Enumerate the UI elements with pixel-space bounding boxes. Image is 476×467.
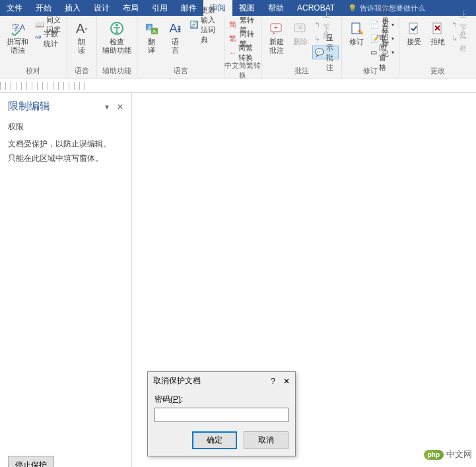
dialog-title: 取消保护文档 xyxy=(153,375,201,387)
svg-text:✕: ✕ xyxy=(298,24,303,31)
translate-icon: あA xyxy=(145,19,159,38)
tab-file[interactable]: 文件 xyxy=(0,0,29,16)
chinese-convert-button[interactable]: ↔ 简繁转换 xyxy=(227,46,259,59)
group-accessibility-label: 辅助功能 xyxy=(97,65,137,78)
svg-rect-12 xyxy=(409,23,417,34)
watermark: php 中文网 xyxy=(424,449,472,460)
new-comment-icon: + xyxy=(269,19,284,38)
caret-down-icon: ▾ xyxy=(391,36,394,42)
accessibility-label: 检查 辅助功能 xyxy=(102,38,131,55)
reject-button[interactable]: 拒绝 xyxy=(426,18,450,47)
svg-text:A: A xyxy=(153,28,156,34)
read-aloud-button[interactable]: A» 朗 读 xyxy=(70,18,94,56)
pane-icon: ▭ xyxy=(370,48,377,57)
thesaurus-icon: 📖 xyxy=(35,20,44,29)
panel-section-title: 权限 xyxy=(8,121,123,133)
spelling-grammar-button[interactable]: 字A 拼写和语法 xyxy=(3,18,33,56)
convert-icon: ↔ xyxy=(229,49,236,57)
delete-comment-icon: ✕ xyxy=(293,19,308,38)
panel-options-button[interactable]: ▾ xyxy=(105,102,109,111)
spelling-label: 拼写和语法 xyxy=(5,38,30,55)
delete-comment-button[interactable]: ✕ 删除 xyxy=(289,18,312,47)
group-tracking-label: 修订 xyxy=(342,65,399,78)
group-changes: 接受 拒绝 ↰ 上一处 ↳ 下一处 更改 xyxy=(399,16,476,78)
trad-icon: 繁 xyxy=(229,34,238,44)
group-accessibility: 检查 辅助功能 辅助功能 xyxy=(97,16,137,78)
group-speech-label: 语音 xyxy=(67,65,96,78)
accessibility-icon xyxy=(110,19,124,38)
group-language: あA 翻 译 Aᵻ 语 言 🔄 更新输入法词典 语言 xyxy=(137,16,224,78)
prev-change-icon: ↰ xyxy=(452,20,458,29)
ribbon: 字A 拼写和语法 📖 同义词库 ᴬᴮ 字数统计 校对 A» 朗 读 xyxy=(0,16,476,78)
password-input[interactable] xyxy=(154,408,289,422)
ime-label: 更新输入法词典 xyxy=(201,5,219,45)
unprotect-dialog: 取消保护文档 ? ✕ 密码(P): 确定 取消 xyxy=(147,371,296,456)
wordcount-label: 字数统计 xyxy=(44,29,62,49)
panel-title: 限制编辑 xyxy=(8,100,50,113)
review-pane-dropdown[interactable]: ▭ 审阅窗格 ▾ xyxy=(368,46,396,59)
display-icon: 📄 xyxy=(370,20,380,29)
next-change-icon: ↳ xyxy=(452,34,458,43)
group-tracking: 修订 📄 简单标记 ▾ 📝 显示标记 ▾ ▭ 审阅窗格 ▾ xyxy=(342,16,399,78)
ok-button[interactable]: 确定 xyxy=(192,431,237,449)
tab-view[interactable]: 视图 xyxy=(232,0,261,16)
show-comments-icon: 💬 xyxy=(315,48,324,57)
cancel-button[interactable]: 取消 xyxy=(244,431,289,449)
lightbulb-icon: 💡 xyxy=(348,4,357,13)
tab-home[interactable]: 开始 xyxy=(29,0,58,16)
dialog-help-button[interactable]: ? xyxy=(271,377,275,386)
language-button[interactable]: Aᵻ 语 言 xyxy=(164,18,187,56)
markup-icon: 📝 xyxy=(370,34,380,43)
reject-label: 拒绝 xyxy=(430,38,445,46)
ruler xyxy=(0,78,476,93)
restrict-editing-panel: 限制编辑 ▾ ✕ 权限 文档受保护，以防止误编辑。 只能在此区域中填写窗体。 停… xyxy=(0,93,132,467)
tab-help[interactable]: 帮助 xyxy=(261,0,290,16)
svg-rect-11 xyxy=(352,23,360,34)
translate-label: 翻 译 xyxy=(148,38,155,55)
ribbon-tabs: 文件 开始 插入 设计 布局 引用 邮件 审阅 视图 帮助 ACROBAT 💡 … xyxy=(0,0,476,16)
password-label: 密码(P): xyxy=(154,394,289,405)
group-comments: + 新建批注 ✕ 删除 ↰ 上一条 ↳ 下一条 💬 显示批注 xyxy=(262,16,342,78)
tab-mailings[interactable]: 邮件 xyxy=(174,0,203,16)
tab-insert[interactable]: 插入 xyxy=(58,0,87,16)
translate-button[interactable]: あA 翻 译 xyxy=(140,18,164,56)
ruler-marks xyxy=(0,82,86,90)
tab-design[interactable]: 设计 xyxy=(87,0,116,16)
group-changes-label: 更改 xyxy=(399,65,476,78)
next-change-button[interactable]: ↳ 下一处 xyxy=(450,32,473,46)
caret-down-icon: ▾ xyxy=(391,49,394,55)
new-comment-label: 新建批注 xyxy=(267,38,286,55)
wordcount-button[interactable]: ᴬᴮ 字数统计 xyxy=(33,32,64,46)
update-ime-button[interactable]: 🔄 更新输入法词典 xyxy=(187,18,221,32)
watermark-text: 中文网 xyxy=(446,449,472,460)
delete-comment-label: 删除 xyxy=(293,38,308,46)
next-comment-icon: ↳ xyxy=(314,34,321,43)
caret-down-icon: ▾ xyxy=(391,22,394,28)
panel-text-line2: 只能在此区域中填写窗体。 xyxy=(8,152,123,164)
stop-protection-button[interactable]: 停止保护 xyxy=(8,456,54,467)
track-label: 修订 xyxy=(349,38,364,46)
tab-references[interactable]: 引用 xyxy=(145,0,174,16)
spelling-icon: 字A xyxy=(11,19,25,38)
tab-layout[interactable]: 布局 xyxy=(116,0,145,16)
svg-point-2 xyxy=(116,24,118,26)
group-proofing: 字A 拼写和语法 📖 同义词库 ᴬᴮ 字数统计 校对 xyxy=(0,16,67,78)
next-change-label: 下一处 xyxy=(459,24,471,53)
track-icon xyxy=(349,19,364,38)
group-comments-label: 批注 xyxy=(262,65,341,78)
check-accessibility-button[interactable]: 检查 辅助功能 xyxy=(100,18,134,56)
dialog-close-button[interactable]: ✕ xyxy=(283,377,290,386)
track-changes-button[interactable]: 修订 xyxy=(345,18,368,47)
ime-icon: 🔄 xyxy=(189,20,199,29)
group-chinese: 简 繁转简 繁 简转繁 ↔ 简繁转换 中文简繁转换 xyxy=(224,16,262,78)
accept-button[interactable]: 接受 xyxy=(402,18,426,47)
php-badge: php xyxy=(424,450,444,460)
read-aloud-label: 朗 读 xyxy=(78,38,85,55)
group-proofing-label: 校对 xyxy=(0,65,67,78)
reject-icon xyxy=(430,19,445,38)
simp-icon: 简 xyxy=(229,20,238,30)
show-comments-button[interactable]: 💬 显示批注 xyxy=(312,46,339,59)
panel-close-button[interactable]: ✕ xyxy=(117,102,123,111)
new-comment-button[interactable]: + 新建批注 xyxy=(265,18,289,56)
group-language-label: 语言 xyxy=(137,65,224,78)
